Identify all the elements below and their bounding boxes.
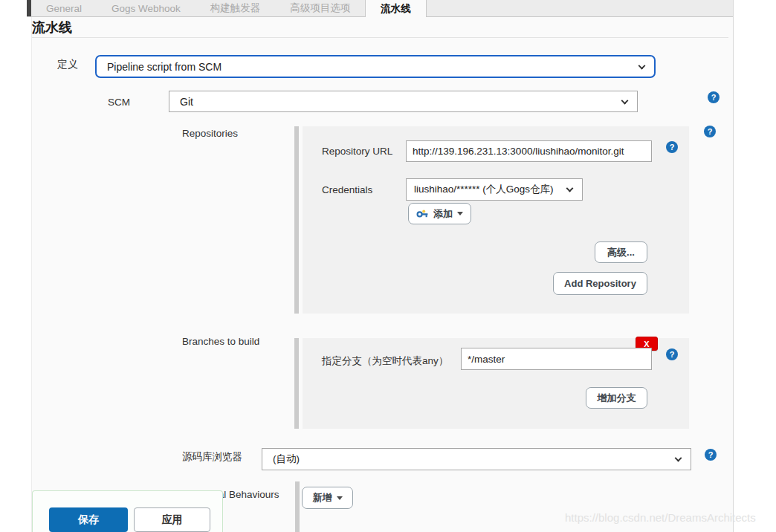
repository-url-input[interactable] — [406, 140, 652, 162]
chevron-down-icon — [621, 97, 629, 104]
branch-specifier-input[interactable] — [461, 348, 652, 370]
tab-build-triggers[interactable]: 构建触发器 — [195, 0, 276, 16]
credentials-label: Credentials — [322, 184, 372, 195]
add-branch-button-label: 增加分支 — [598, 392, 636, 405]
chevron-down-icon — [638, 62, 646, 69]
caret-down-icon — [457, 212, 463, 215]
definition-select-value: Pipeline script from SCM — [107, 61, 222, 73]
chevron-down-icon — [566, 185, 574, 192]
advanced-button[interactable]: 高级... — [595, 241, 647, 263]
config-tabbar: General Gogs Webhook 构建触发器 高级项目选项 流水线 — [27, 0, 733, 17]
credentials-select-value: liushihao/****** (个人Gogs仓库) — [414, 183, 554, 196]
scm-select-value: Git — [180, 96, 193, 108]
repositories-drag-handle — [294, 126, 299, 314]
credentials-select[interactable]: liushihao/****** (个人Gogs仓库) — [406, 178, 583, 201]
branch-specifier-label: 指定分支（为空时代表any） — [322, 354, 448, 368]
tab-gogs-webhook[interactable]: Gogs Webhook — [97, 0, 195, 16]
definition-label: 定义 — [57, 58, 78, 71]
add-repository-button-label: Add Repository — [564, 278, 636, 289]
jenkins-pipeline-config-page: General Gogs Webhook 构建触发器 高级项目选项 流水线 流水… — [0, 0, 776, 532]
add-credential-button[interactable]: 添加 — [408, 203, 471, 224]
scm-select[interactable]: Git — [169, 91, 638, 112]
scm-label: SCM — [108, 97, 130, 108]
repositories-help-icon[interactable]: ? — [704, 126, 716, 137]
repository-browser-select-value: (自动) — [273, 452, 300, 466]
repositories-section-label: Repositories — [182, 128, 238, 139]
add-repository-button[interactable]: Add Repository — [553, 272, 647, 295]
definition-select[interactable]: Pipeline script from SCM — [95, 55, 656, 78]
content-right-border — [733, 0, 734, 532]
add-branch-button[interactable]: 增加分支 — [586, 387, 647, 409]
heading-divider — [32, 37, 728, 38]
repository-browser-help-icon[interactable]: ? — [705, 449, 717, 461]
branches-to-build-section-label: Branches to build — [182, 336, 259, 347]
page-title: 流水线 — [32, 19, 72, 36]
tab-pipeline[interactable]: 流水线 — [365, 0, 427, 17]
repository-url-help-icon[interactable]: ? — [666, 141, 678, 153]
new-behaviour-button-label: 新增 — [313, 491, 332, 505]
chevron-down-icon — [675, 455, 682, 462]
tab-general[interactable]: General — [31, 0, 97, 16]
repository-browser-select[interactable]: (自动) — [262, 448, 691, 470]
apply-button[interactable]: 应用 — [134, 507, 210, 532]
scm-help-icon[interactable]: ? — [708, 91, 720, 103]
save-button[interactable]: 保存 — [49, 507, 128, 532]
repository-browser-label: 源码库浏览器 — [182, 450, 242, 464]
branches-drag-handle — [294, 338, 299, 429]
branch-help-icon[interactable]: ? — [666, 348, 678, 360]
repository-url-label: Repository URL — [322, 146, 392, 157]
caret-down-icon — [337, 496, 343, 500]
additional-behaviours-drag-handle — [295, 481, 300, 532]
tab-advanced-project-options[interactable]: 高级项目选项 — [275, 0, 365, 16]
add-credential-label: 添加 — [433, 207, 453, 221]
key-icon — [416, 210, 429, 218]
advanced-button-label: 高级... — [607, 246, 635, 259]
watermark-text: https://blog.csdn.net/DreamsArchitects — [565, 511, 776, 524]
new-behaviour-button[interactable]: 新增 — [302, 487, 353, 509]
